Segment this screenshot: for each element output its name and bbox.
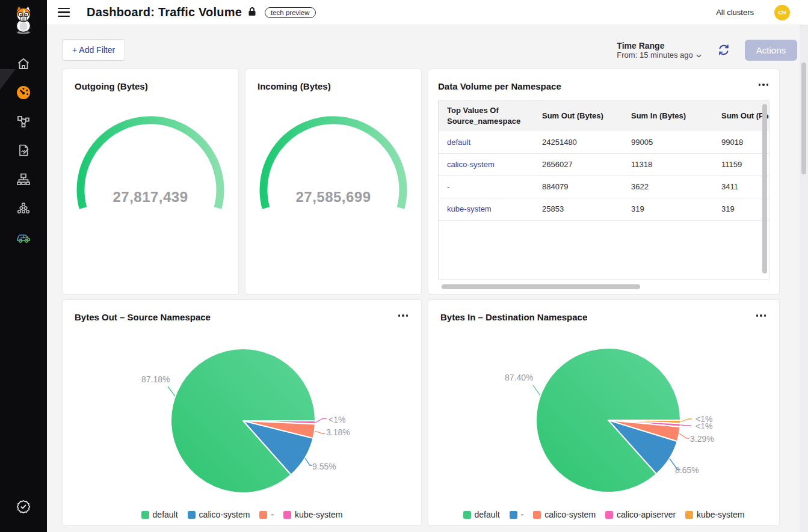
gauge-value: 27,585,699	[253, 189, 414, 206]
service-graph-icon	[16, 114, 31, 129]
table-cell: 25853	[534, 198, 623, 220]
legend-item-default[interactable]: default	[463, 510, 500, 519]
avatar[interactable]: CH	[774, 5, 790, 20]
calico-cat-logo[interactable]	[10, 5, 37, 35]
sidebar-item-reports[interactable]	[9, 136, 38, 165]
sidebar-item-nodes[interactable]	[9, 165, 38, 194]
legend-swatch	[283, 511, 291, 519]
incoming-gauge: 27,585,699	[253, 100, 414, 214]
page-scrollbar	[800, 25, 808, 532]
lock-icon	[248, 7, 256, 19]
bytes-out-pie-chart: 87.18% <1% 3.18% 9.55%	[75, 325, 409, 509]
dashboard-row-2: Bytes Out – Source Namespace	[62, 299, 780, 526]
bytes-out-pie-card: Bytes Out – Source Namespace	[62, 299, 422, 526]
table-cell: 3411	[713, 176, 769, 198]
table-row: default242514809900599018	[439, 131, 769, 153]
legend-label: calico-apiserver	[617, 510, 676, 519]
table-horizontal-scrollbar	[438, 284, 769, 289]
column-header: Sum In (Bytes)	[623, 100, 713, 131]
sidebar-decoration	[0, 69, 16, 90]
table-cell: 99005	[623, 131, 713, 153]
outgoing-bytes-card: Outgoing (Bytes) 27,817,439	[62, 69, 239, 295]
table-horizontal-scrollbar-thumb[interactable]	[442, 284, 640, 289]
table-row: -88407936223411	[439, 176, 769, 198]
card-title: Bytes In – Destination Namespace	[440, 311, 587, 323]
table-cell: 2656027	[534, 153, 623, 176]
table-cell: 884079	[534, 176, 623, 198]
legend-swatch	[605, 511, 613, 519]
column-header: Sum Out (Bytes)	[534, 100, 623, 131]
namespace-link[interactable]: kube-system	[447, 204, 492, 213]
pie-legend: defaultcalico-system-kube-system	[75, 509, 409, 521]
legend-label: default	[475, 510, 500, 519]
sidebar-item-verified[interactable]	[9, 492, 38, 521]
traffic-car-icon	[16, 229, 31, 245]
legend-item-calico-apiserver[interactable]: calico-apiserver	[605, 510, 676, 519]
legend-item--[interactable]: -	[510, 510, 524, 519]
page-title: Dashboard: Traffic Volume	[87, 5, 242, 19]
legend-swatch	[463, 511, 471, 519]
time-range-value: From: 15 minutes ago	[617, 50, 692, 60]
table-header-row: Top Values Of Source_namespace Sum Out (…	[439, 100, 769, 131]
legend-item-kube-system[interactable]: kube-system	[283, 510, 342, 519]
card-title: Incoming (Bytes)	[258, 80, 409, 93]
legend-item-kube-system[interactable]: kube-system	[685, 510, 744, 519]
legend-item--[interactable]: -	[259, 510, 274, 519]
card-menu-button[interactable]	[397, 311, 410, 320]
table-cell: 319	[713, 198, 769, 220]
card-menu-button[interactable]	[757, 80, 770, 90]
legend-label: default	[153, 510, 178, 519]
dashboards-gauge-icon	[16, 85, 31, 100]
filter-bar: + Add Filter Time Range From: 15 minutes…	[62, 38, 797, 61]
pie-label: 9.55%	[312, 462, 336, 471]
sidebar-item-traffic[interactable]	[9, 222, 38, 251]
table-cell: 11159	[713, 153, 769, 176]
page-scrollbar-thumb[interactable]	[801, 63, 806, 174]
legend-swatch	[188, 511, 196, 519]
table-cell: 24251480	[534, 131, 623, 153]
time-range-selector[interactable]: Time Range From: 15 minutes ago	[617, 41, 701, 60]
pie-label: 87.40%	[505, 373, 533, 382]
legend-item-default[interactable]: default	[141, 510, 178, 519]
policies-report-icon	[16, 143, 31, 157]
topbar: Dashboard: Traffic Volume tech preview A…	[47, 0, 808, 25]
pie-label: 3.29%	[690, 434, 714, 444]
legend-label: -	[271, 510, 274, 519]
bytes-in-pie-card: Bytes In – Destination Namespace	[428, 299, 780, 526]
namespace-table: Top Values Of Source_namespace Sum Out (…	[438, 100, 769, 280]
verified-badge-icon	[16, 499, 31, 515]
time-range-label: Time Range	[617, 41, 701, 50]
actions-button[interactable]: Actions	[745, 40, 797, 61]
sidebar-item-clusters[interactable]	[9, 194, 38, 222]
column-header: Sum Out (Packet	[713, 100, 769, 131]
legend-label: calico-system	[199, 510, 250, 519]
table-vertical-scrollbar[interactable]	[762, 104, 767, 274]
legend-swatch	[259, 511, 267, 519]
legend-item-calico-system[interactable]: calico-system	[533, 510, 596, 519]
hamburger-menu-button[interactable]	[58, 5, 72, 20]
content-area: + Add Filter Time Range From: 15 minutes…	[47, 25, 808, 532]
namespace-link[interactable]: calico-system	[447, 160, 495, 169]
refresh-button[interactable]	[717, 43, 730, 57]
legend-swatch	[685, 511, 693, 519]
pie-legend: default-calico-systemcalico-apiserverkub…	[440, 509, 767, 521]
legend-swatch	[533, 511, 541, 519]
namespace-link[interactable]: -	[447, 182, 449, 191]
dashboard-row-1: Outgoing (Bytes) 27,817,439	[62, 69, 780, 295]
cluster-selector[interactable]: All clusters	[716, 8, 754, 17]
clusters-icon	[16, 201, 31, 215]
card-menu-button[interactable]	[755, 311, 768, 320]
app-root: Dashboard: Traffic Volume tech preview A…	[0, 0, 808, 532]
pie-label: 8.65%	[675, 465, 699, 475]
sidebar	[0, 0, 47, 532]
incoming-bytes-card: Incoming (Bytes) 27,585,699	[245, 69, 422, 295]
home-icon	[16, 57, 31, 71]
table-row: calico-system26560271131811159	[439, 153, 769, 176]
pie-label: 3.18%	[326, 427, 350, 437]
add-filter-button[interactable]: + Add Filter	[62, 39, 125, 61]
gauge-value: 27,817,439	[70, 189, 231, 206]
namespace-link[interactable]: default	[447, 138, 470, 147]
pie-label: <1%	[695, 421, 712, 431]
legend-item-calico-system[interactable]: calico-system	[188, 510, 250, 519]
sidebar-item-service-graph[interactable]	[9, 107, 38, 136]
